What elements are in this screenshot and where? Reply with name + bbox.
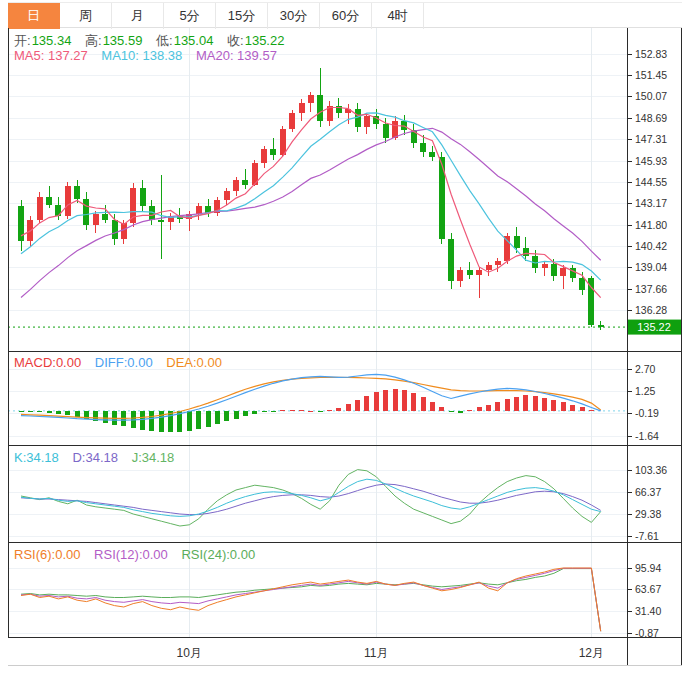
price-ytick-label: 145.93: [635, 155, 667, 167]
price-ytick-label: 144.55: [635, 176, 667, 188]
rsi-readout: RSI(6):0.00 RSI(12):0.00 RSI(24):0.00: [14, 547, 265, 562]
x-axis-month-label: 12月: [571, 645, 611, 662]
macd-value: MACD:0.00: [14, 355, 81, 370]
kdj-ytick-label: 103.36: [635, 464, 667, 476]
j-value: J:34.18: [132, 450, 175, 465]
ma10-line: [21, 113, 601, 280]
ma20-value: MA20: 139.57: [196, 48, 277, 63]
high-value: 135.59: [103, 33, 143, 48]
close-value: 135.22: [245, 33, 285, 48]
price-ytick-label: 143.17: [635, 197, 667, 209]
price-ytick-label: 139.04: [635, 261, 667, 273]
tab-30min[interactable]: 30分: [268, 3, 320, 29]
macd-ytick-label: -1.64: [635, 430, 659, 442]
price-candlestick-panel[interactable]: 152.83151.45150.07148.69147.31145.93144.…: [8, 28, 682, 352]
rsi-ytick-label: -0.87: [635, 627, 659, 638]
ma5-value: MA5: 137.27: [14, 48, 88, 63]
svg-text:135.22: 135.22: [637, 321, 671, 333]
price-axis: [8, 28, 682, 352]
price-ytick-label: 137.66: [635, 283, 667, 295]
price-ytick-label: 151.45: [635, 69, 667, 81]
open-label: 开:: [14, 33, 31, 48]
rsi-ytick-label: 31.40: [635, 605, 661, 617]
price-ytick-label: 150.07: [635, 90, 667, 102]
stock-chart-app: 日 周 月 5分 15分 30分 60分 4时 开:135.34 高:135.5…: [0, 0, 692, 676]
macd-ytick-label: 2.70: [635, 363, 656, 375]
x-axis-month-label: 11月: [356, 645, 396, 662]
rsi24-value: RSI(24):0.00: [181, 547, 255, 562]
tab-week[interactable]: 周: [60, 3, 112, 29]
tab-day[interactable]: 日: [8, 3, 60, 29]
rsi12-value: RSI(12):0.00: [94, 547, 168, 562]
price-ytick-label: 147.31: [635, 133, 667, 145]
price-ytick-label: 140.42: [635, 240, 667, 252]
tab-60min[interactable]: 60分: [320, 3, 372, 29]
close-label: 收:: [227, 33, 244, 48]
timeframe-tabs: 日 周 月 5分 15分 30分 60分 4时: [8, 2, 682, 28]
current-price-tag: 135.22: [628, 320, 681, 335]
kdj-ytick-label: -7.61: [635, 530, 659, 542]
diff-value: DIFF:0.00: [95, 355, 153, 370]
price-ytick-label: 152.83: [635, 48, 667, 60]
d-value: D:34.18: [72, 450, 118, 465]
price-grid: [8, 28, 627, 352]
low-label: 低:: [156, 33, 173, 48]
k-value: K:34.18: [14, 450, 59, 465]
ma-readout: MA5: 137.27 MA10: 138.38 MA20: 139.57: [14, 48, 287, 63]
open-value: 135.34: [32, 33, 72, 48]
kdj-ytick-label: 29.38: [635, 508, 661, 520]
rsi6-value: RSI(6):0.00: [14, 547, 80, 562]
x-axis: 10月11月12月: [8, 638, 682, 666]
x-axis-month-label: 10月: [169, 645, 209, 662]
low-value: 135.04: [174, 33, 214, 48]
tab-4hour[interactable]: 4时: [372, 3, 424, 29]
ma10-value: MA10: 138.38: [101, 48, 182, 63]
dea-value: DEA:0.00: [166, 355, 222, 370]
price-ytick-label: 148.69: [635, 112, 667, 124]
axis-corner-line-left: [627, 638, 628, 665]
macd-ytick-label: 1.25: [635, 385, 656, 397]
axis-corner-line-right: [681, 638, 682, 665]
ma5-line: [21, 108, 601, 298]
tab-15min[interactable]: 15分: [216, 3, 268, 29]
kdj-ytick-label: 66.37: [635, 486, 661, 498]
high-label: 高:: [85, 33, 102, 48]
macd-ytick-label: -0.19: [635, 407, 659, 419]
candles-layer: [18, 68, 604, 329]
price-ytick-label: 141.80: [635, 219, 667, 231]
macd-readout: MACD:0.00 DIFF:0.00 DEA:0.00: [14, 355, 232, 370]
price-ytick-label: 136.28: [635, 304, 667, 316]
tab-month[interactable]: 月: [112, 3, 164, 29]
rsi-ytick-label: 63.67: [635, 583, 661, 595]
kdj-readout: K:34.18 D:34.18 J:34.18: [14, 450, 184, 465]
tab-5min[interactable]: 5分: [164, 3, 216, 29]
macd-histogram: [19, 389, 594, 432]
rsi-ytick-label: 95.94: [635, 562, 661, 574]
